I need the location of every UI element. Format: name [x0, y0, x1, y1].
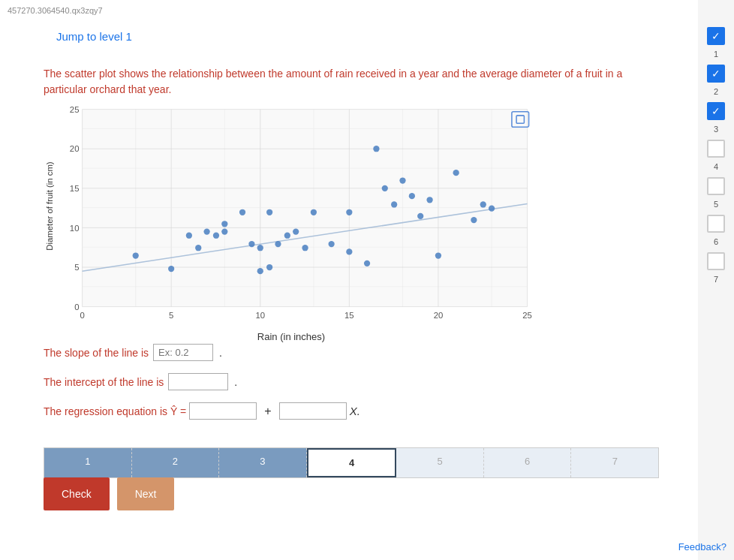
sidebar-num-7: 7 [714, 275, 718, 284]
svg-point-65 [435, 252, 441, 258]
svg-point-48 [266, 209, 272, 215]
checkbox-empty-4 [707, 140, 725, 158]
checkbox-empty-5 [707, 177, 725, 195]
svg-text:15: 15 [344, 311, 354, 320]
svg-text:20: 20 [70, 144, 80, 153]
action-buttons: Check Next [44, 477, 174, 510]
sidebar-num-3: 3 [714, 125, 718, 134]
inputs-section: The slope of the line is . The intercept… [44, 344, 659, 420]
svg-point-57 [364, 260, 370, 266]
svg-point-58 [373, 146, 379, 152]
svg-point-46 [257, 268, 263, 274]
jump-to-level-link[interactable]: Jump to level 1 [56, 30, 132, 43]
sidebar-num-6: 6 [714, 237, 718, 246]
sidebar-item-1[interactable]: 1 [702, 23, 729, 50]
regression-label: The regression equation is [44, 405, 167, 417]
svg-point-39 [203, 228, 209, 234]
checkbox-checked-3 [707, 102, 725, 120]
svg-text:0: 0 [74, 303, 79, 312]
svg-text:20: 20 [434, 311, 444, 320]
checkbox-empty-6 [707, 215, 725, 233]
progress-bar: 1 2 3 4 5 6 7 [44, 447, 659, 478]
checkbox-checked-1 [707, 27, 725, 45]
slope-dot: . [219, 347, 222, 359]
progress-segment-2[interactable]: 2 [132, 448, 220, 477]
sidebar-item-6[interactable]: 6 [702, 210, 729, 237]
intercept-input[interactable] [168, 373, 228, 390]
sidebar-item-3[interactable]: 3 [702, 98, 729, 125]
svg-point-66 [453, 170, 459, 176]
y-axis-labels: 0 5 10 15 20 25 [70, 105, 80, 312]
svg-text:5: 5 [169, 311, 173, 320]
svg-point-52 [302, 245, 308, 251]
scatter-chart: 0 5 10 15 20 25 0 5 10 15 20 25 Diameter… [44, 101, 539, 334]
svg-point-37 [186, 233, 192, 239]
sidebar-item-2[interactable]: 2 [702, 60, 729, 87]
svg-point-56 [346, 209, 352, 215]
progress-segment-3[interactable]: 3 [219, 448, 307, 477]
next-button[interactable]: Next [117, 477, 175, 510]
svg-text:10: 10 [255, 311, 265, 320]
regression-slope-input[interactable] [279, 402, 347, 420]
svg-point-38 [195, 245, 201, 251]
svg-point-49 [275, 241, 281, 247]
slope-input[interactable] [153, 344, 213, 361]
svg-point-44 [248, 241, 254, 247]
svg-text:0: 0 [80, 311, 84, 320]
checkbox-checked-2 [707, 65, 725, 83]
svg-text:15: 15 [70, 184, 80, 193]
slope-row: The slope of the line is . [44, 344, 659, 361]
sidebar-num-4: 4 [714, 162, 718, 171]
scatter-svg: 0 5 10 15 20 25 0 5 10 15 20 25 Diameter… [44, 101, 539, 334]
y-hat-label: Ŷ = [170, 405, 186, 417]
question-text: The scatter plot shows the relationship … [44, 66, 659, 98]
intercept-row: The intercept of the line is . [44, 373, 659, 390]
checkbox-empty-7 [707, 252, 725, 270]
svg-point-68 [480, 201, 486, 207]
sidebar-num-5: 5 [714, 200, 718, 209]
svg-point-36 [168, 266, 174, 272]
sidebar-item-7[interactable]: 7 [702, 248, 729, 275]
progress-segment-1[interactable]: 1 [44, 448, 132, 477]
svg-point-50 [284, 233, 290, 239]
chart-grid [83, 110, 528, 307]
svg-point-47 [266, 264, 272, 270]
svg-point-42 [221, 228, 227, 234]
svg-point-41 [221, 221, 227, 227]
progress-segment-7[interactable]: 7 [571, 448, 658, 477]
check-button[interactable]: Check [44, 477, 110, 510]
feedback-link[interactable]: Feedback? [678, 541, 726, 552]
progress-segment-6[interactable]: 6 [484, 448, 572, 477]
y-axis-title: Diameter of fruit (in cm) [45, 161, 54, 251]
svg-point-51 [293, 228, 299, 234]
sidebar-item-4[interactable]: 4 [702, 135, 729, 162]
svg-text:25: 25 [70, 105, 80, 114]
x-label: X. [350, 405, 360, 417]
regression-row: The regression equation is Ŷ = + X. [44, 402, 659, 420]
svg-point-69 [489, 206, 495, 212]
svg-point-62 [409, 193, 415, 199]
progress-segment-5[interactable]: 5 [396, 448, 484, 477]
svg-point-67 [471, 217, 477, 223]
plus-sign: + [264, 405, 271, 418]
sidebar-num-1: 1 [714, 50, 718, 59]
svg-point-59 [382, 185, 388, 191]
sidebar: 1 2 3 4 5 6 7 [698, 0, 734, 560]
svg-text:5: 5 [74, 263, 79, 272]
svg-point-61 [399, 177, 405, 183]
svg-text:25: 25 [522, 311, 532, 320]
svg-point-53 [311, 209, 317, 215]
svg-point-54 [329, 241, 335, 247]
svg-point-60 [391, 201, 397, 207]
svg-point-55 [346, 248, 352, 254]
svg-point-63 [417, 213, 423, 219]
sidebar-num-2: 2 [714, 87, 718, 96]
svg-point-64 [426, 197, 432, 203]
intercept-dot: . [234, 376, 237, 388]
regression-intercept-input[interactable] [189, 402, 257, 420]
sidebar-item-5[interactable]: 5 [702, 173, 729, 200]
progress-segment-4[interactable]: 4 [307, 448, 397, 477]
x-axis-labels: 0 5 10 15 20 25 [80, 311, 531, 320]
svg-point-40 [213, 233, 219, 239]
svg-point-45 [257, 245, 263, 251]
